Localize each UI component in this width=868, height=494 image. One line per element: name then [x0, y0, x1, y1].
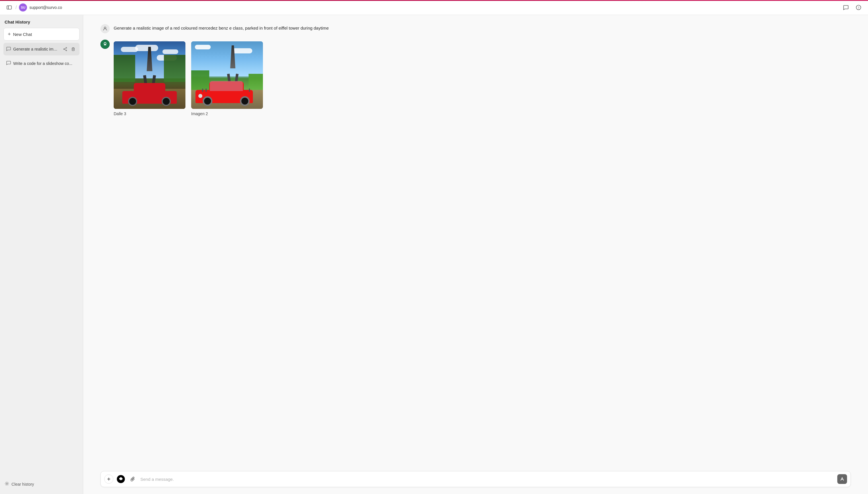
wheel-fl: [128, 97, 137, 106]
windshield-imagen: [210, 81, 243, 91]
breadcrumb-separator: /: [16, 5, 17, 10]
chat-area: Generate a realistic image of a red colo…: [83, 15, 868, 494]
ai-avatar: [100, 40, 110, 49]
ai-message-row: Dalle 3: [100, 39, 851, 117]
chat-input-box: [100, 471, 851, 487]
image-item-dalle: Dalle 3: [114, 41, 185, 117]
imagen-wheel-fr: [240, 96, 250, 106]
svg-rect-9: [72, 48, 74, 51]
delete-button-1[interactable]: [70, 46, 77, 53]
chat-input-area: [83, 467, 868, 494]
wheel-fr: [162, 97, 171, 106]
main-layout: Chat History + New Chat Generate a reali…: [0, 15, 868, 494]
chat-messages: Generate a realistic image of a red colo…: [83, 15, 868, 467]
svg-point-6: [66, 50, 67, 51]
cloud-2: [135, 45, 158, 51]
plus-icon: +: [8, 32, 11, 37]
chat-item-text-1: Generate a realistic image...: [13, 47, 59, 52]
chat-item-text-2: Write a code for a slideshow co...: [13, 61, 77, 66]
imagen-image-placeholder: [191, 41, 263, 109]
add-button[interactable]: [104, 474, 113, 484]
svg-rect-0: [7, 6, 12, 9]
help-icon-button[interactable]: ?: [854, 3, 863, 12]
trees-right: [164, 55, 185, 82]
svg-point-13: [104, 27, 106, 29]
sidebar-title: Chat History: [3, 20, 79, 24]
person-2: [205, 89, 207, 92]
chat-input-field[interactable]: [140, 477, 834, 482]
trees-left: [114, 55, 135, 82]
send-button[interactable]: [837, 474, 847, 484]
share-button-1[interactable]: [62, 46, 68, 53]
user-avatar: [100, 24, 110, 33]
imagen-wheel-fl: [203, 96, 212, 106]
user-badge: SU: [19, 3, 27, 12]
sidebar-item-chat-2[interactable]: Write a code for a slideshow co...: [3, 58, 79, 69]
attach-button[interactable]: [128, 474, 138, 484]
chat-bubble-icon: [6, 46, 11, 52]
svg-point-4: [66, 48, 67, 48]
user-message-text: Generate a realistic image of a red colo…: [114, 23, 851, 32]
imagen-label: Imagen 2: [191, 111, 263, 117]
images-grid: Dalle 3: [114, 41, 851, 117]
svg-line-8: [64, 50, 66, 50]
mercedes-emblem: [198, 94, 202, 98]
dalle-image: [114, 41, 185, 109]
chat-bubble-icon-2: [6, 61, 11, 66]
dalle-image-placeholder: [114, 41, 185, 109]
new-chat-button[interactable]: + New Chat: [3, 28, 79, 40]
svg-line-7: [64, 48, 66, 49]
new-chat-label: New Chat: [13, 32, 32, 37]
svg-point-5: [64, 49, 64, 50]
user-email: support@survo.co: [29, 5, 62, 10]
sidebar-toggle-button[interactable]: [5, 3, 13, 12]
gpt-icon: [117, 475, 125, 483]
clear-history-button[interactable]: Clear history: [3, 479, 79, 489]
svg-point-12: [6, 483, 8, 484]
cloud-3: [162, 50, 178, 54]
ai-message-content: Dalle 3: [114, 39, 851, 117]
imagen-cloud-1: [195, 45, 211, 50]
dalle-label: Dalle 3: [114, 111, 185, 117]
topbar-accent: [0, 0, 868, 1]
chat-icon-button[interactable]: [842, 3, 850, 12]
image-item-imagen: Imagen 2: [191, 41, 263, 117]
svg-text:?: ?: [858, 6, 859, 10]
gpt-button[interactable]: [116, 474, 125, 484]
sidebar: Chat History + New Chat Generate a reali…: [0, 15, 83, 494]
topbar: / SU support@survo.co ?: [0, 0, 868, 15]
person-3: [249, 89, 250, 92]
topbar-left: / SU support@survo.co: [5, 3, 62, 12]
settings-icon: [5, 481, 9, 487]
imagen-cloud-2: [232, 48, 252, 53]
ai-icon-box: [100, 40, 110, 49]
sidebar-item-chat-1[interactable]: Generate a realistic image...: [3, 43, 79, 55]
person-1: [202, 89, 203, 92]
imagen-image: [191, 41, 263, 109]
user-message-row: Generate a realistic image of a red colo…: [100, 23, 851, 33]
topbar-right: ?: [842, 3, 863, 12]
clear-history-text: Clear history: [12, 482, 34, 487]
car-roof-dalle: [134, 83, 165, 93]
chat-item-actions-1: [62, 46, 77, 53]
